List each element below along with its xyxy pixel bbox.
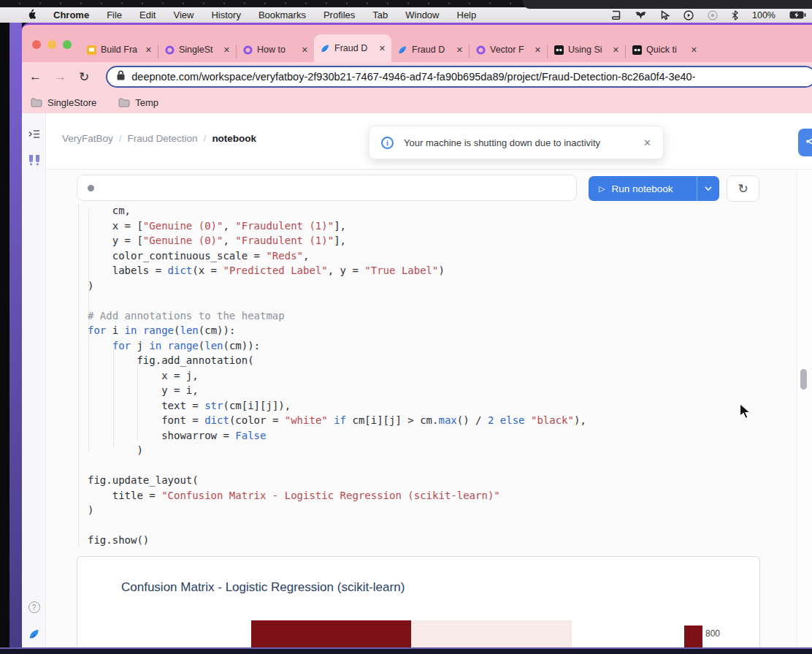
scrollbar-track[interactable] — [797, 170, 812, 647]
reload-button[interactable]: ↻ — [79, 69, 89, 85]
restart-machine-button[interactable]: ↻ — [727, 175, 759, 202]
code-line[interactable]: ) — [88, 443, 586, 458]
screen-mirroring-icon[interactable] — [708, 10, 718, 20]
toast-close-icon[interactable]: ✕ — [643, 137, 651, 148]
code-line[interactable]: font = dict(color = "white" if cm[i][j] … — [88, 413, 586, 428]
browser-tab-6[interactable]: Vector F✕ — [470, 37, 547, 62]
code-line[interactable]: fig.update_layout( — [88, 473, 586, 488]
back-button[interactable]: ← — [29, 69, 42, 84]
integrations-icon[interactable] — [22, 154, 46, 166]
code-line[interactable] — [88, 458, 586, 474]
forward-button[interactable]: → — [54, 69, 66, 84]
code-line[interactable]: # Add annotations to the heatmap — [88, 308, 586, 324]
menu-item-window[interactable]: Window — [405, 9, 439, 20]
zoom-window-button[interactable] — [63, 40, 72, 49]
browser-tab-5[interactable]: Fraud D✕ — [391, 37, 469, 62]
bottom-edge-strip — [0, 647, 812, 654]
code-line[interactable]: x = j, — [88, 368, 586, 384]
browser-tab-8[interactable]: Quick ti✕ — [626, 37, 703, 62]
tab-close-icon[interactable]: ✕ — [613, 45, 619, 55]
tab-label: Fraud D — [412, 45, 452, 55]
code-line[interactable]: for j in range(len(cm)): — [88, 338, 586, 354]
bluetooth-icon[interactable] — [732, 10, 738, 20]
code-line[interactable] — [88, 293, 586, 308]
wings-app-icon[interactable] — [635, 11, 647, 20]
menu-item-bookmarks[interactable]: Bookmarks — [258, 9, 306, 20]
code-line[interactable]: y = i, — [88, 383, 586, 398]
browser-tab-2[interactable]: SingleSt✕ — [158, 37, 236, 62]
mouse-cursor-icon — [739, 403, 751, 423]
macos-menubar: Chrome FileEditViewHistoryBookmarksProfi… — [0, 7, 812, 23]
browser-tab-7[interactable]: Using Si✕ — [548, 37, 625, 62]
tab-label: Build Fra — [101, 45, 141, 55]
cursor-status-icon[interactable] — [661, 10, 670, 20]
breadcrumb-project[interactable]: Fraud Detection — [128, 133, 198, 144]
browser-tab-3[interactable]: How to✕ — [237, 37, 314, 62]
breadcrumb: VeryFatBoy/Fraud Detection/notebook — [62, 133, 256, 144]
code-line[interactable]: text = str(cm[i][j]), — [88, 398, 586, 414]
menu-item-profiles[interactable]: Profiles — [323, 9, 355, 20]
browser-tab-4[interactable]: Fraud D✕ — [314, 34, 391, 62]
share-icon — [805, 136, 812, 150]
prompt-bar[interactable] — [77, 175, 577, 201]
deepnote-logo-icon[interactable] — [22, 628, 46, 640]
code-line[interactable] — [88, 518, 586, 533]
code-line[interactable]: labels = dict(x = "Predicted Label", y =… — [88, 263, 586, 278]
play-status-icon[interactable] — [683, 10, 694, 20]
tab-close-icon[interactable]: ✕ — [379, 44, 386, 53]
code-line[interactable]: for i in range(len(cm)): — [88, 323, 586, 338]
code-line[interactable]: ) — [88, 503, 586, 518]
code-line[interactable]: title = "Confusion Matrix - Logistic Reg… — [88, 488, 586, 503]
menu-item-view[interactable]: View — [173, 9, 194, 20]
code-line[interactable]: x = ["Genuine (0)", "Fraudulent (1)"], — [88, 218, 586, 234]
code-line[interactable]: cm, — [88, 203, 586, 218]
code-line[interactable]: fig.add_annotation( — [88, 353, 586, 368]
breadcrumb-workspace[interactable]: VeryFatBoy — [62, 133, 113, 144]
code-line[interactable]: showarrow = False — [88, 428, 586, 444]
favicon-purple-ring — [164, 45, 175, 55]
tab-close-icon[interactable]: ✕ — [691, 45, 697, 55]
tab-close-icon[interactable]: ✕ — [223, 45, 230, 55]
code-line[interactable]: color_continuous_scale = "Reds", — [88, 248, 586, 264]
tab-close-icon[interactable]: ✕ — [456, 45, 463, 55]
traffic-lights — [32, 40, 72, 49]
browser-toolbar: ← → ↻ deepnote.com/workspace/veryfatboy-… — [22, 62, 812, 91]
chevron-down-icon[interactable] — [697, 186, 719, 191]
folder-icon — [118, 98, 130, 107]
code-line[interactable]: fig.show() — [88, 533, 586, 548]
bookmarks-bar: SingleStoreTemp — [22, 91, 812, 113]
favicon-deepnote — [320, 43, 330, 53]
minimize-window-button[interactable] — [47, 40, 56, 49]
table-of-contents-icon[interactable] — [22, 129, 46, 139]
menu-item-edit[interactable]: Edit — [139, 9, 156, 20]
tab-close-icon[interactable]: ✕ — [145, 45, 152, 55]
share-button[interactable] — [798, 129, 812, 156]
menu-item-chrome[interactable]: Chrome — [53, 9, 89, 20]
bookmark-temp[interactable]: Temp — [118, 97, 158, 108]
close-window-button[interactable] — [32, 40, 41, 49]
browser-tab-1[interactable]: Build Fra✕ — [80, 37, 158, 62]
tab-label: SingleSt — [179, 45, 219, 55]
tab-close-icon[interactable]: ✕ — [302, 45, 308, 55]
menu-item-tab[interactable]: Tab — [372, 9, 388, 20]
bookmark-singlestore[interactable]: SingleStore — [31, 97, 96, 108]
battery-icon[interactable] — [789, 11, 806, 19]
book-icon[interactable] — [611, 10, 621, 20]
code-line[interactable]: y = ["Genuine (0)", "Fraudulent (1)"], — [88, 233, 586, 248]
apple-icon[interactable] — [26, 9, 36, 22]
breadcrumb-separator: / — [198, 133, 212, 144]
deepnote-sidebar: ? — [22, 113, 46, 647]
code-line[interactable]: ) — [88, 278, 586, 294]
run-notebook-button[interactable]: ▷ Run notebook — [589, 176, 719, 201]
lock-icon — [117, 70, 125, 83]
help-icon[interactable]: ? — [22, 601, 46, 613]
menu-item-help[interactable]: Help — [457, 9, 477, 20]
notebook-body: ▷ Run notebook ↻ cm, x = ["Genuine (0)",… — [46, 170, 812, 647]
menu-item-file[interactable]: File — [107, 9, 122, 20]
scrollbar-thumb[interactable] — [800, 369, 807, 389]
tab-close-icon[interactable]: ✕ — [535, 45, 541, 55]
run-notebook-label: Run notebook — [611, 183, 673, 194]
cell-gutter-line — [78, 203, 79, 547]
menu-item-history[interactable]: History — [211, 9, 240, 20]
url-bar[interactable]: deepnote.com/workspace/veryfatboy-2f930b… — [106, 66, 812, 88]
